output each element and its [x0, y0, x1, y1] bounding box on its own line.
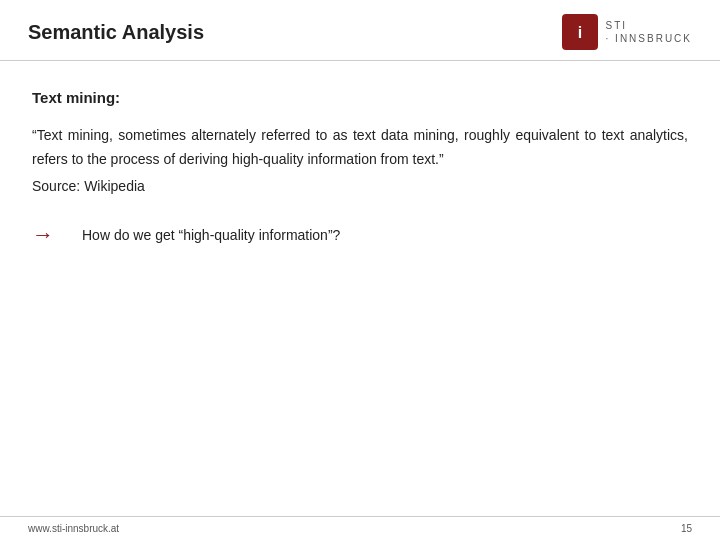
- logo-area: i STI · INNSBRUCK: [562, 14, 692, 50]
- logo-brand: STI: [606, 19, 692, 32]
- page-header: Semantic Analysis i STI · INNSBRUCK: [0, 0, 720, 61]
- section-heading: Text mining:: [32, 89, 688, 106]
- question-text: How do we get “high-quality information”…: [82, 227, 340, 243]
- svg-text:i: i: [577, 24, 581, 41]
- logo-location: · INNSBRUCK: [606, 32, 692, 45]
- main-content: Text mining: “Text mining, sometimes alt…: [0, 61, 720, 268]
- source-attribution: Source: Wikipedia: [32, 178, 688, 194]
- arrow-row: → How do we get “high-quality informatio…: [32, 222, 688, 248]
- page-footer: www.sti-innsbruck.at 15: [0, 516, 720, 540]
- footer-page-number: 15: [681, 523, 692, 534]
- sti-logo-icon: i: [562, 14, 598, 50]
- quote-text: “Text mining, sometimes alternately refe…: [32, 124, 688, 172]
- logo-text: STI · INNSBRUCK: [606, 19, 692, 45]
- arrow-icon: →: [32, 222, 54, 248]
- footer-url: www.sti-innsbruck.at: [28, 523, 119, 534]
- page-title: Semantic Analysis: [28, 21, 204, 44]
